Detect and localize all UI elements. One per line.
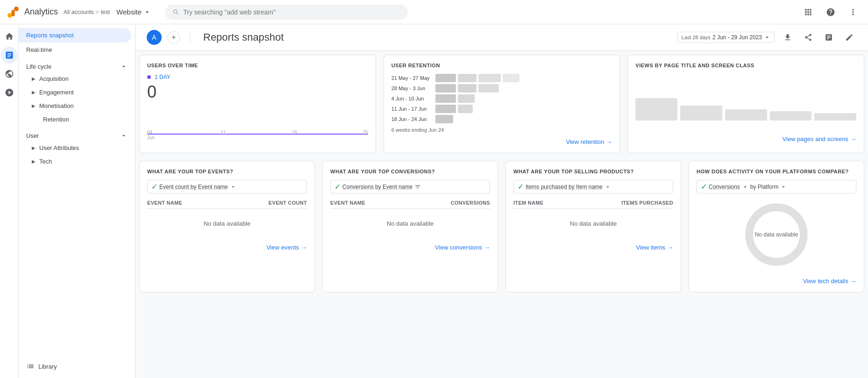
svg-rect-1 (12, 10, 15, 16)
nav-library[interactable]: Library (19, 358, 135, 374)
chevron-right-icon: ▶ (32, 90, 36, 95)
add-view-button[interactable]: + (167, 31, 180, 44)
filter-icon (414, 184, 421, 190)
x-label-4: 25 (363, 130, 368, 140)
nav-acquisition[interactable]: ▶ Acquisition (19, 72, 131, 86)
export-button[interactable] (780, 30, 795, 45)
nav-tech[interactable]: ▶ Tech (19, 155, 131, 168)
edit-button[interactable] (842, 30, 857, 45)
home-icon-button[interactable] (1, 28, 18, 45)
explore-icon-button[interactable] (1, 65, 18, 82)
nav-user-attributes[interactable]: ▶ User Attributes (19, 141, 131, 155)
conversions-card-title: WHAT ARE YOUR TOP CONVERSIONS? (330, 169, 490, 174)
breadcrumb-all-accounts: All accounts (64, 9, 94, 15)
products-card: WHAT ARE YOUR TOP SELLING PRODUCTS? ✓ It… (505, 161, 681, 292)
platforms-card-title: HOW DOES ACTIVITY ON YOUR PLATFORMS COMP… (697, 169, 856, 174)
platforms-card: HOW DOES ACTIVITY ON YOUR PLATFORMS COMP… (689, 161, 864, 292)
chevron-down-icon (742, 184, 748, 190)
view-pages-link[interactable]: View pages and screens → (783, 136, 856, 143)
pages-screens-card: VIEWS BY PAGE TITLE AND SCREEN CLASS Vie… (627, 55, 864, 153)
settings-button[interactable] (844, 3, 862, 21)
website-selector-button[interactable]: Website (114, 6, 154, 18)
breadcrumb: All accounts > test (64, 9, 110, 15)
view-tech-link[interactable]: View tech details → (803, 278, 856, 285)
conversions-metric-selector[interactable]: ✓ Conversions by Event name (330, 180, 490, 193)
collapse-user-icon (120, 132, 128, 139)
retention-week-label: 11 Jun - 17 Jun (391, 106, 434, 112)
nav-retention[interactable]: Retention (19, 113, 131, 126)
chevron-right-icon: ▶ (32, 103, 36, 108)
retention-week-label: 18 Jun - 24 Jun (391, 116, 434, 122)
nav-monetisation[interactable]: ▶ Monetisation (19, 99, 131, 113)
view-items-link[interactable]: View items → (636, 244, 673, 251)
nav-engagement[interactable]: ▶ Engagement (19, 86, 131, 99)
collapse-icon (120, 63, 128, 70)
retention-cell (503, 74, 519, 82)
view-events-link[interactable]: View events → (266, 244, 307, 251)
x-label-2: 11 (221, 130, 226, 140)
chevron-down-icon (230, 184, 236, 190)
arrow-right-icon: → (850, 278, 856, 285)
item-name-col: ITEM NAME (513, 200, 543, 206)
retention-cell (458, 74, 477, 82)
advertising-icon-button[interactable] (1, 84, 18, 101)
apps-grid-button[interactable] (799, 3, 818, 21)
search-icon (172, 8, 179, 16)
app-title: Analytics (24, 7, 58, 17)
retention-footer: View retention → (391, 138, 612, 145)
metric-dot (147, 75, 151, 79)
items-purchased-col: ITEMS PURCHASED (621, 200, 673, 206)
products-no-data: No data available (513, 209, 673, 238)
products-metric-selector[interactable]: ✓ Items purchased by Item name (513, 180, 673, 193)
reports-icon-button[interactable] (1, 47, 18, 64)
arrow-right-icon: → (484, 244, 490, 251)
user-section-header[interactable]: User (19, 126, 135, 141)
event-metric-selector[interactable]: ✓ Event count by Event name (147, 180, 307, 193)
conversions-footer: View conversions → (330, 244, 490, 251)
top-navigation: Analytics All accounts > test Website (0, 0, 868, 24)
day-label: 1 DAY (155, 74, 171, 80)
search-bar (165, 5, 408, 20)
pages-footer: View pages and screens → (635, 136, 856, 143)
event-count-col: EVENT COUNT (269, 200, 307, 206)
check-icon: ✓ (334, 182, 341, 191)
retention-cell (435, 94, 456, 103)
platforms-metric-selector[interactable]: ✓ Conversions by Platform (697, 180, 856, 193)
view-retention-link[interactable]: View retention → (566, 138, 612, 145)
conv-count-col: CONVERSIONS (450, 200, 490, 206)
events-card: WHAT ARE YOUR TOP EVENTS? ✓ Event count … (139, 161, 315, 292)
pages-card-title: VIEWS BY PAGE TITLE AND SCREEN CLASS (635, 63, 856, 68)
search-input[interactable] (183, 8, 400, 16)
insights-button[interactable] (821, 30, 836, 45)
user-retention-card: USER RETENTION 21 May - 27 May 28 May - … (384, 55, 620, 153)
check-icon: ✓ (518, 182, 524, 191)
events-footer: View events → (147, 244, 307, 251)
lifecycle-section-header[interactable]: Life cycle (19, 57, 135, 72)
retention-week-label: 4 Jun - 10 Jun (391, 96, 434, 101)
chevron-right-icon: ▶ (32, 145, 36, 150)
retention-cell (458, 105, 473, 113)
main-content: A + Reports snapshot Last 28 days 2 Jun … (135, 24, 868, 378)
retention-cell (458, 94, 475, 103)
logo-icon (6, 5, 21, 20)
website-label: Website (116, 8, 142, 16)
help-button[interactable] (821, 3, 840, 21)
date-range-selector[interactable]: Last 28 days 2 Jun - 29 Jun 2023 (677, 32, 775, 43)
retention-row-4: 11 Jun - 17 Jun (391, 105, 612, 113)
arrow-right-icon: → (667, 244, 673, 251)
donut-chart-container: No data available (697, 197, 856, 272)
svg-point-2 (14, 7, 19, 11)
share-button[interactable] (801, 30, 816, 45)
view-conversions-link[interactable]: View conversions → (435, 244, 490, 251)
conversions-card: WHAT ARE YOUR TOP CONVERSIONS? ✓ Convers… (322, 161, 498, 292)
x-label-1: 04Jun (147, 130, 155, 140)
page-header: A + Reports snapshot Last 28 days 2 Jun … (135, 24, 868, 51)
event-name-col: EVENT NAME (147, 200, 182, 206)
nav-real-time[interactable]: Real-time (19, 43, 131, 57)
events-no-data: No data available (147, 209, 307, 238)
retention-cell (478, 84, 499, 93)
conv-name-col: EVENT NAME (330, 200, 365, 206)
nav-reports-snapshot[interactable]: Reports snapshot (19, 28, 131, 43)
retention-cell (435, 115, 453, 123)
x-label-3: 18 (292, 130, 297, 140)
